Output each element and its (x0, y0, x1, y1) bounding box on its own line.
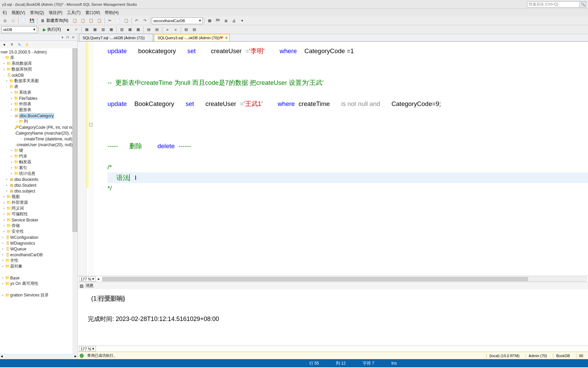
tree-toggle[interactable]: + (2, 218, 6, 222)
code-editor[interactable]: - update bookcategory set createUser ='李… (78, 42, 588, 276)
menu-item[interactable]: E) (1, 10, 9, 16)
tree-toggle[interactable]: + (1, 276, 5, 280)
tree-node[interactable]: +📁键 (0, 148, 77, 153)
stop-icon[interactable]: ⚡ (24, 42, 30, 48)
forward-icon[interactable]: ◎ (10, 17, 17, 25)
tree-toggle[interactable]: + (10, 103, 14, 106)
tree-toggle[interactable]: + (1, 236, 5, 239)
menu-item[interactable]: 工具(T) (65, 9, 82, 16)
menu-item[interactable]: 窗口(W) (83, 9, 102, 16)
tree-node[interactable]: +📁约束 (0, 153, 77, 159)
tree-toggle[interactable]: + (10, 149, 14, 152)
tree-node[interactable] (0, 287, 77, 292)
tree-node[interactable]: -📁列 (0, 119, 77, 124)
tree-toggle[interactable]: + (2, 207, 6, 210)
dropdown-icon[interactable]: ▾ (60, 35, 65, 40)
tree-node[interactable]: +🗄WQueue (0, 246, 77, 252)
messages-tab[interactable]: 消息 (85, 283, 94, 289)
tree-toggle[interactable]: + (1, 247, 5, 251)
tree-node[interactable]: +📁安全性 (0, 229, 77, 234)
tree-toggle[interactable]: + (1, 282, 5, 286)
tree-node[interactable]: ▫CategoryName (nvarchar(20), not (0, 130, 77, 136)
tree-node[interactable]: +📁系统数据库 (0, 61, 77, 66)
refresh-icon[interactable]: ↻ (16, 42, 22, 48)
back-icon[interactable]: ◎ (1, 17, 9, 25)
tree-node[interactable]: -📁表 (0, 84, 77, 90)
db-select[interactable]: okDB ▾ (1, 26, 37, 33)
tree-node[interactable]: +▦dbo.Student (0, 182, 77, 188)
toolbar-icon[interactable]: ▦ (108, 26, 115, 33)
tree-node[interactable]: +📁统计信息 (0, 171, 77, 177)
tree-toggle[interactable]: + (5, 189, 9, 193)
tree-toggle[interactable]: + (2, 224, 6, 228)
menu-item[interactable]: 项目(P) (47, 9, 64, 16)
scroll-left-icon[interactable]: ◂ (1, 354, 3, 359)
toolbar-icon[interactable]: 📋 (87, 17, 95, 25)
menu-item[interactable]: 查询(Q) (28, 9, 46, 16)
database-combo[interactable]: secondhandCarDB ▾ (152, 17, 203, 24)
tree-node[interactable]: +📁系统表 (0, 90, 77, 95)
tree-node[interactable]: +📁数据库关系图 (0, 78, 77, 84)
messages-body[interactable]: (1 行受影响) 完成时间: 2023-02-28T10:12:14.51610… (78, 289, 588, 346)
scrollbar[interactable] (72, 48, 77, 354)
tree-node[interactable]: +📁存储 (0, 223, 77, 229)
toolbar-icon[interactable]: 📋 (79, 17, 87, 25)
hscrollbar[interactable] (102, 277, 587, 281)
paste-icon[interactable]: 📋 (122, 17, 130, 25)
hscrollbar-thumb[interactable] (102, 277, 528, 281)
toolbar-icon[interactable]: 🖨 (230, 17, 238, 25)
tree-node[interactable]: +📁索引 (0, 165, 77, 171)
tree-node[interactable]: +🗄WDiagnostics (0, 240, 77, 246)
zoom-combo[interactable]: 177 % ▾ (79, 276, 96, 281)
tree-node[interactable]: +📁触发器 (0, 159, 77, 165)
indent-icon[interactable]: ≡ (164, 26, 171, 33)
outline-toggle[interactable]: - (89, 123, 93, 126)
tree-toggle[interactable]: + (5, 79, 9, 83)
hscroll[interactable]: ◂ ▸ (0, 354, 77, 359)
pin-icon[interactable]: ⊓ (65, 35, 70, 40)
tree-toggle[interactable]: + (2, 201, 6, 204)
tree-node[interactable]: +📁Base (0, 275, 77, 281)
toolbar-icon[interactable]: ▥ (99, 26, 107, 33)
tab-query7[interactable]: SQLQuery7.sql -...okDB (Admin (72)) (79, 34, 153, 41)
tree-node[interactable]: +🗄econdhandCarDB (0, 252, 77, 258)
outdent-icon[interactable]: ≡ (172, 26, 179, 33)
code-content[interactable]: update bookcategory set createUser ='李明'… (94, 42, 588, 276)
results-text-icon[interactable]: ▥ (118, 26, 126, 33)
uncomment-icon[interactable]: ▤ (153, 26, 161, 33)
tree-node[interactable]: ▫createTime (datetime, null) (0, 136, 77, 142)
tree-toggle[interactable]: + (5, 178, 9, 181)
tab-query3[interactable]: SQLQuery3.sql -...okDB (Admin (70))* 📌 ✕ (154, 34, 229, 41)
open-icon[interactable]: 📄 (20, 17, 28, 25)
tree-node[interactable]: +📁可编程性 (0, 211, 77, 217)
results-grid-icon[interactable]: ▦ (126, 26, 134, 33)
tree-toggle[interactable]: + (1, 259, 5, 262)
tree-toggle[interactable]: - (10, 114, 14, 118)
scrollbar-thumb[interactable] (72, 48, 77, 232)
stop-icon[interactable]: ■ (64, 26, 72, 33)
tree-toggle[interactable]: + (5, 184, 9, 187)
tree-node[interactable]: +🗄WConfiguration (0, 234, 77, 240)
tree-node[interactable]: +📁器对象 (0, 263, 77, 269)
tree-node[interactable]: +📁同义词 (0, 205, 77, 211)
redo-icon[interactable]: ↷ (141, 17, 149, 25)
tree-node[interactable] (0, 269, 77, 275)
zoom-combo-2[interactable]: 177 % ▾ (79, 346, 96, 351)
copy-icon[interactable]: 📄 (114, 17, 122, 25)
filter-icon[interactable]: Y (9, 42, 15, 48)
tree-node[interactable]: +📁图形表 (0, 107, 77, 113)
tree-toggle[interactable]: + (10, 160, 14, 164)
tree-toggle[interactable]: + (10, 172, 14, 175)
tree-toggle[interactable]: + (2, 62, 6, 65)
tree-toggle[interactable]: + (1, 253, 5, 257)
tree-toggle[interactable]: + (10, 91, 14, 94)
check-icon[interactable]: ✓ (72, 26, 80, 33)
tree-toggle[interactable]: - (14, 120, 18, 123)
tree-toggle[interactable]: + (1, 265, 5, 268)
scroll-right-icon[interactable]: ▸ (75, 354, 77, 359)
toolbar-icon[interactable]: ▦ (206, 17, 213, 25)
close-icon[interactable]: ✕ (225, 36, 228, 40)
tree-node[interactable]: ▫createUser (nvarchar(20), null) (0, 142, 77, 148)
tree-toggle[interactable]: + (1, 242, 5, 245)
object-tree[interactable]: rver 15.0.2000.5 - Admin) -📁库+📁系统数据库+📁数据… (0, 48, 77, 354)
